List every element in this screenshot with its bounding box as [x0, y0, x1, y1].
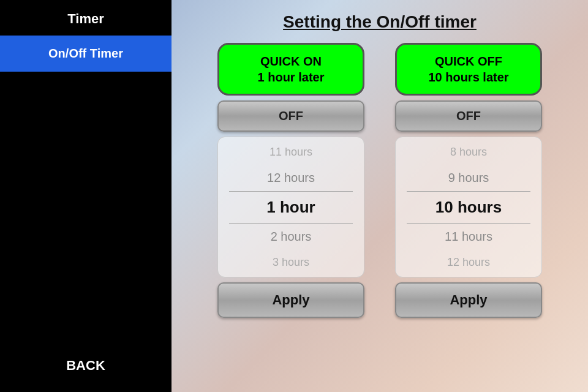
- main-content: Setting the On/Off timer QUICK ON 1 hour…: [172, 0, 588, 392]
- sidebar-title: Timer: [0, 0, 172, 36]
- quick-off-label-line2: 10 hours later: [428, 70, 508, 84]
- quick-off-label-line1: QUICK OFF: [435, 55, 502, 68]
- picker-item-selected[interactable]: 10 hours: [396, 192, 541, 223]
- picker-item[interactable]: 11 hours: [218, 140, 364, 165]
- quick-on-button[interactable]: QUICK ON 1 hour later: [217, 43, 364, 96]
- quick-on-off-button[interactable]: OFF: [217, 100, 364, 132]
- quick-on-picker-items: 11 hours 12 hours 1 hour 2 hours 3 hours: [218, 140, 364, 275]
- quick-on-label-line2: 1 hour later: [258, 70, 325, 84]
- sidebar: Timer On/Off Timer BACK: [0, 0, 172, 392]
- quick-on-apply-button[interactable]: Apply: [217, 282, 364, 318]
- quick-on-label-line1: QUICK ON: [260, 55, 322, 68]
- picker-item[interactable]: 9 hours: [396, 165, 541, 191]
- quick-on-panel: QUICK ON 1 hour later OFF 11 hours 12 ho…: [211, 43, 371, 318]
- picker-item-selected[interactable]: 1 hour: [218, 192, 364, 223]
- quick-off-apply-button[interactable]: Apply: [395, 282, 542, 318]
- quick-off-off-button[interactable]: OFF: [395, 100, 542, 132]
- quick-off-picker[interactable]: 8 hours 9 hours 10 hours 11 hours 12 hou…: [395, 137, 542, 277]
- picker-item[interactable]: 2 hours: [218, 224, 364, 250]
- picker-item[interactable]: 12 hours: [218, 165, 364, 191]
- picker-item[interactable]: 8 hours: [396, 140, 541, 165]
- quick-off-panel: QUICK OFF 10 hours later OFF 8 hours 9 h…: [389, 43, 548, 318]
- page-title: Setting the On/Off timer: [283, 12, 477, 32]
- timer-panels: QUICK ON 1 hour later OFF 11 hours 12 ho…: [190, 43, 570, 318]
- quick-off-button[interactable]: QUICK OFF 10 hours later: [395, 43, 542, 96]
- quick-on-picker[interactable]: 11 hours 12 hours 1 hour 2 hours 3 hours: [217, 137, 364, 277]
- picker-item[interactable]: 11 hours: [396, 224, 541, 250]
- picker-item[interactable]: 3 hours: [218, 250, 364, 275]
- back-button[interactable]: BACK: [48, 352, 124, 380]
- quick-off-picker-items: 8 hours 9 hours 10 hours 11 hours 12 hou…: [396, 140, 541, 275]
- picker-item[interactable]: 12 hours: [396, 250, 541, 275]
- sidebar-item-onoff-timer[interactable]: On/Off Timer: [0, 36, 172, 72]
